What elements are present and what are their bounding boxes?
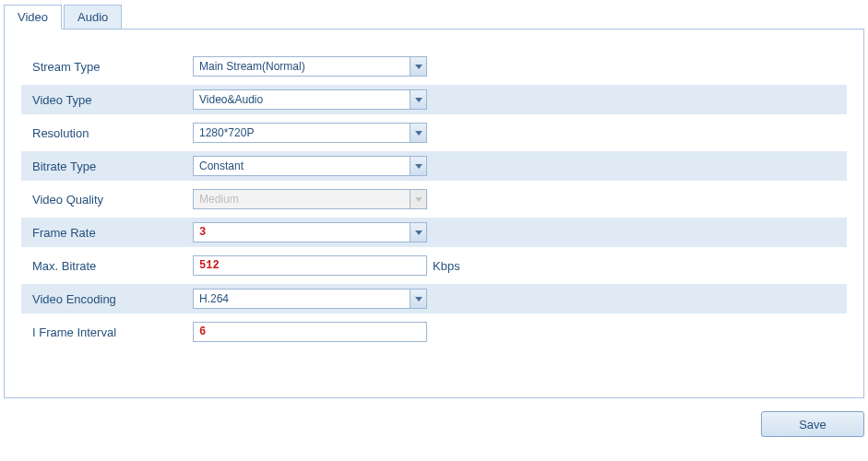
- chevron-down-icon: [410, 57, 426, 76]
- tab-bar: Video Audio: [4, 4, 864, 30]
- footer: Save: [4, 398, 864, 437]
- label-iframe-interval: I Frame Interval: [21, 325, 193, 339]
- label-video-quality: Video Quality: [21, 193, 193, 207]
- row-resolution: Resolution 1280*720P: [21, 118, 847, 148]
- select-resolution[interactable]: 1280*720P: [193, 123, 427, 143]
- select-frame-rate[interactable]: 3: [193, 222, 427, 242]
- row-max-bitrate: Max. Bitrate Kbps: [21, 251, 847, 280]
- select-video-encoding-value: H.264: [194, 292, 410, 305]
- row-frame-rate: Frame Rate 3: [21, 218, 847, 247]
- tab-audio[interactable]: Audio: [64, 5, 122, 30]
- label-stream-type: Stream Type: [21, 60, 193, 74]
- select-video-quality: Medium: [193, 189, 427, 209]
- select-bitrate-type-value: Constant: [194, 160, 410, 172]
- save-button[interactable]: Save: [761, 411, 864, 437]
- select-video-type-value: Video&Audio: [194, 93, 410, 106]
- select-video-encoding[interactable]: H.264: [193, 289, 427, 309]
- select-video-quality-value: Medium: [194, 193, 410, 206]
- input-max-bitrate-wrap: [193, 255, 427, 276]
- row-bitrate-type: Bitrate Type Constant: [21, 151, 847, 181]
- tab-video[interactable]: Video: [4, 5, 62, 30]
- row-video-encoding: Video Encoding H.264: [21, 284, 847, 313]
- chevron-down-icon: [410, 290, 426, 308]
- settings-container: Video Audio Stream Type Main Stream(Norm…: [4, 4, 864, 437]
- select-stream-type[interactable]: Main Stream(Normal): [193, 56, 427, 77]
- row-video-type: Video Type Video&Audio: [21, 85, 847, 114]
- chevron-down-icon: [410, 190, 426, 208]
- unit-kbps: Kbps: [433, 259, 460, 273]
- chevron-down-icon: [410, 90, 426, 109]
- video-panel: Stream Type Main Stream(Normal) Video Ty…: [4, 30, 864, 398]
- select-frame-rate-value: 3: [194, 226, 410, 239]
- input-iframe-interval[interactable]: [194, 323, 426, 341]
- label-frame-rate: Frame Rate: [21, 226, 193, 240]
- select-bitrate-type[interactable]: Constant: [193, 156, 427, 176]
- chevron-down-icon: [410, 124, 426, 142]
- chevron-down-icon: [410, 223, 426, 242]
- chevron-down-icon: [410, 157, 426, 175]
- input-iframe-interval-wrap: [193, 322, 427, 342]
- input-max-bitrate[interactable]: [194, 256, 426, 275]
- row-video-quality: Video Quality Medium: [21, 184, 847, 214]
- select-resolution-value: 1280*720P: [194, 126, 410, 139]
- row-iframe-interval: I Frame Interval: [21, 317, 847, 347]
- row-stream-type: Stream Type Main Stream(Normal): [21, 52, 847, 81]
- label-bitrate-type: Bitrate Type: [21, 160, 193, 173]
- select-video-type[interactable]: Video&Audio: [193, 89, 427, 110]
- select-stream-type-value: Main Stream(Normal): [194, 60, 410, 73]
- label-video-type: Video Type: [21, 93, 193, 107]
- label-video-encoding: Video Encoding: [21, 292, 193, 306]
- label-resolution: Resolution: [21, 126, 193, 140]
- label-max-bitrate: Max. Bitrate: [21, 259, 193, 273]
